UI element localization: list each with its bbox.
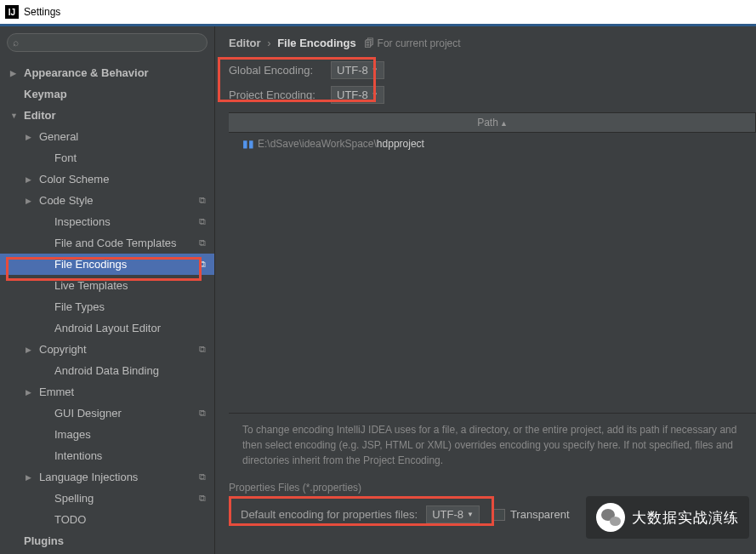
window-title: Settings	[24, 6, 60, 18]
global-encoding-row: Global Encoding: UTF-8 ▼	[215, 58, 756, 83]
breadcrumb-part1: Editor	[229, 37, 261, 49]
sidebar-item-file-encodings[interactable]: File Encodings⧉	[0, 254, 214, 275]
per-project-icon: ⧉	[199, 237, 206, 248]
global-encoding-dropdown[interactable]: UTF-8 ▼	[331, 61, 384, 79]
settings-sidebar: ⌕ ▶Appearance & BehaviorKeymap▼Editor▶Ge…	[0, 26, 215, 554]
global-encoding-value: UTF-8	[337, 64, 368, 77]
sidebar-item-keymap[interactable]: Keymap	[0, 83, 214, 105]
project-encoding-dropdown[interactable]: UTF-8 ▼	[331, 86, 384, 104]
search-input[interactable]	[7, 33, 207, 52]
properties-encoding-dropdown[interactable]: UTF-8 ▼	[426, 505, 480, 523]
sidebar-item-label: Plugins	[24, 534, 64, 547]
sidebar-item-label: Inspections	[54, 215, 111, 228]
sidebar-item-live-templates[interactable]: Live Templates	[0, 275, 214, 296]
per-project-icon: ⧉	[199, 259, 206, 270]
sidebar-item-label: Intentions	[54, 449, 102, 462]
transparent-label: Transparent	[510, 508, 570, 521]
project-encoding-label: Project Encoding:	[229, 89, 331, 101]
wechat-text: 大数据实战演练	[632, 508, 739, 528]
path-column-header[interactable]: Path▲	[229, 112, 756, 133]
sidebar-item-color-scheme[interactable]: ▶Color Scheme	[0, 168, 214, 190]
breadcrumb-part2: File Encodings	[277, 37, 355, 49]
encoding-hint-text: To change encoding IntelliJ IDEA uses fo…	[215, 414, 756, 477]
properties-encoding-label: Default encoding for properties files:	[241, 508, 418, 521]
sidebar-item-appearance-behavior[interactable]: ▶Appearance & Behavior	[0, 62, 214, 83]
sidebar-item-gui-designer[interactable]: GUI Designer⧉	[0, 403, 214, 424]
sidebar-item-android-layout-editor[interactable]: Android Layout Editor	[0, 317, 214, 339]
breadcrumb-meta: 🗐 For current project	[364, 37, 460, 49]
sidebar-item-label: Editor	[24, 109, 56, 122]
sidebar-item-label: Code Style	[39, 194, 94, 207]
tree-arrow-icon: ▶	[26, 175, 36, 184]
tree-arrow-icon: ▶	[26, 473, 36, 482]
tree-arrow-icon: ▶	[26, 388, 36, 397]
sidebar-item-emmet[interactable]: ▶Emmet	[0, 381, 214, 403]
per-project-icon: ⧉	[199, 493, 206, 504]
sidebar-item-font[interactable]: Font	[0, 147, 214, 168]
sidebar-item-android-data-binding[interactable]: Android Data Binding	[0, 360, 214, 381]
properties-encoding-value: UTF-8	[432, 508, 463, 521]
sidebar-item-label: Keymap	[24, 88, 67, 100]
sidebar-item-label: Font	[54, 151, 77, 164]
sidebar-item-label: Copyright	[39, 343, 87, 356]
tree-arrow-icon: ▶	[10, 69, 20, 77]
project-encoding-value: UTF-8	[337, 89, 368, 101]
wechat-icon	[596, 503, 625, 532]
sort-asc-icon: ▲	[500, 119, 508, 128]
sidebar-item-label: Android Data Binding	[54, 364, 159, 377]
search-icon: ⌕	[13, 37, 19, 49]
sidebar-item-label: Images	[54, 428, 91, 441]
wechat-watermark: 大数据实战演练	[586, 496, 749, 539]
per-project-icon: ⧉	[199, 408, 206, 419]
sidebar-item-label: Live Templates	[54, 279, 128, 292]
sidebar-item-intentions[interactable]: Intentions	[0, 445, 214, 466]
sidebar-item-general[interactable]: ▶General	[0, 126, 214, 147]
settings-tree: ▶Appearance & BehaviorKeymap▼Editor▶Gene…	[0, 59, 214, 554]
sidebar-item-inspections[interactable]: Inspections⧉	[0, 211, 214, 232]
chevron-down-icon: ▼	[372, 66, 378, 74]
tree-arrow-icon: ▶	[26, 197, 36, 205]
sidebar-item-images[interactable]: Images	[0, 424, 214, 445]
sidebar-item-language-injections[interactable]: ▶Language Injections⧉	[0, 466, 214, 488]
window-titlebar: IJ Settings	[0, 0, 756, 24]
sidebar-item-label: Emmet	[39, 386, 74, 398]
sidebar-item-copyright[interactable]: ▶Copyright⧉	[0, 339, 214, 360]
sidebar-item-spelling[interactable]: Spelling⧉	[0, 488, 214, 509]
sidebar-item-editor[interactable]: ▼Editor	[0, 105, 214, 126]
sidebar-item-file-and-code-templates[interactable]: File and Code Templates⧉	[0, 232, 214, 254]
sidebar-item-label: File Types	[54, 300, 105, 313]
chevron-down-icon: ▼	[372, 91, 378, 99]
per-project-icon: ⧉	[199, 471, 206, 483]
sidebar-item-label: Language Injections	[39, 471, 138, 483]
tree-arrow-icon: ▶	[26, 133, 36, 141]
breadcrumb-sep: ›	[267, 37, 270, 49]
chevron-down-icon: ▼	[467, 511, 474, 518]
sidebar-item-file-types[interactable]: File Types	[0, 296, 214, 317]
app-logo-icon: IJ	[5, 5, 19, 19]
path-prefix: E:\dSave\ideaWorkSpace\	[258, 138, 377, 150]
path-name: hdpproject	[377, 138, 424, 150]
settings-content: Editor › File Encodings 🗐 For current pr…	[215, 26, 756, 554]
tree-arrow-icon: ▶	[26, 346, 36, 354]
sidebar-item-label: General	[39, 130, 78, 143]
per-project-icon: ⧉	[199, 344, 206, 355]
properties-section-title: Properties Files (*.properties)	[229, 482, 742, 494]
project-encoding-row: Project Encoding: UTF-8 ▼	[215, 83, 756, 107]
sidebar-item-label: TODO	[54, 513, 86, 526]
sidebar-item-label: File Encodings	[54, 258, 127, 271]
per-project-icon: ⧉	[199, 195, 206, 206]
sidebar-item-code-style[interactable]: ▶Code Style⧉	[0, 190, 214, 211]
transparent-checkbox-wrap[interactable]: Transparent	[493, 508, 570, 521]
path-row[interactable]: ▮▮ E:\dSave\ideaWorkSpace\hdpproject	[242, 138, 742, 150]
sidebar-item-label: Android Layout Editor	[54, 322, 161, 334]
sidebar-item-label: Appearance & Behavior	[24, 66, 149, 79]
transparent-checkbox[interactable]	[493, 509, 505, 521]
sidebar-item-plugins[interactable]: Plugins	[0, 530, 214, 551]
sidebar-item-label: Color Scheme	[39, 173, 109, 186]
path-list[interactable]: ▮▮ E:\dSave\ideaWorkSpace\hdpproject	[229, 133, 756, 414]
sidebar-item-label: Spelling	[54, 492, 94, 505]
breadcrumb: Editor › File Encodings 🗐 For current pr…	[215, 26, 756, 58]
sidebar-item-label: GUI Designer	[54, 407, 122, 420]
sidebar-item-todo[interactable]: TODO	[0, 509, 214, 530]
sidebar-item-label: File and Code Templates	[54, 237, 177, 249]
